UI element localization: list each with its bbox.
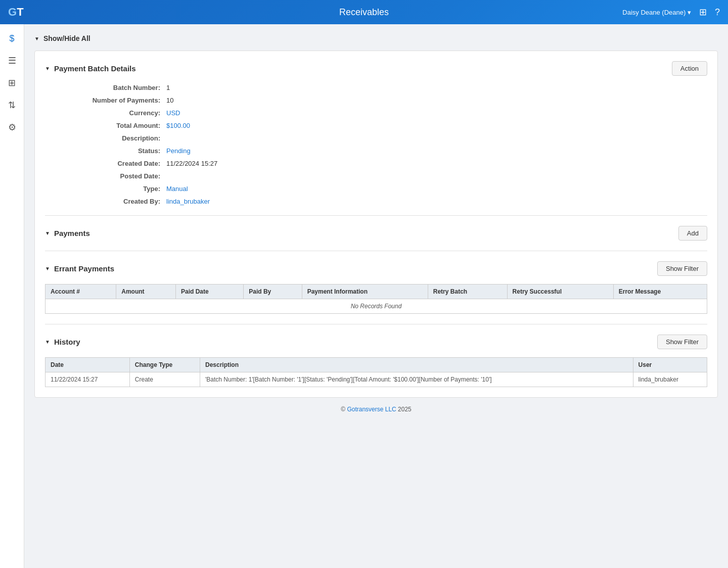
currency-label: Currency:	[65, 109, 166, 117]
sidebar-item-billing[interactable]: $	[2, 28, 22, 49]
errant-payments-show-filter-button[interactable]: Show Filter	[657, 261, 707, 276]
apps-icon[interactable]: ⊞	[699, 7, 707, 18]
history-col-description: Description	[200, 358, 633, 372]
col-error-message: Error Message	[613, 285, 707, 299]
footer-company-link[interactable]: Gotransverse LLC	[347, 406, 396, 413]
payments-header: ▼ Payments Add	[45, 226, 707, 241]
history-header: ▼ History Show Filter	[45, 335, 707, 349]
history-col-user: User	[633, 358, 707, 372]
history-cell-date: 11/22/2024 15:27	[46, 372, 130, 387]
col-payment-info: Payment Information	[302, 285, 428, 299]
payment-batch-details: Batch Number: 1 Number of Payments: 10 C…	[65, 84, 707, 205]
col-paid-by: Paid By	[244, 285, 302, 299]
col-retry-batch: Retry Batch	[428, 285, 507, 299]
payment-batch-title-label: Payment Batch Details	[54, 64, 136, 73]
total-amount-label: Total Amount:	[65, 122, 166, 129]
col-amount: Amount	[116, 285, 176, 299]
history-cell-change-type: Create	[129, 372, 200, 387]
history-title-label: History	[54, 338, 80, 346]
col-paid-date: Paid Date	[175, 285, 243, 299]
main-card: ▼ Payment Batch Details Action Batch Num…	[34, 51, 718, 398]
sidebar-item-adjustments[interactable]: ⇅	[2, 95, 22, 115]
sidebar: $ ☰ ⊞ ⇅ ⚙	[0, 24, 24, 568]
history-triangle-icon: ▼	[45, 339, 50, 345]
sidebar-item-list[interactable]: ☰	[2, 51, 22, 71]
batch-number-value: 1	[166, 84, 707, 91]
description-value	[166, 134, 707, 142]
history-cell-description: 'Batch Number: 1'[Batch Number: '1'][Sta…	[200, 372, 633, 387]
errant-payments-no-records-row: No Records Found	[46, 299, 707, 314]
number-of-payments-value: 10	[166, 97, 707, 104]
col-account-num: Account #	[46, 285, 116, 299]
payment-batch-title-toggle[interactable]: ▼ Payment Batch Details	[45, 64, 136, 73]
payments-triangle-icon: ▼	[45, 230, 50, 236]
errant-payments-table-header-row: Account # Amount Paid Date Paid By Payme…	[46, 285, 707, 299]
footer: © Gotransverse LLC 2025	[34, 398, 718, 421]
payments-title-label: Payments	[54, 229, 90, 238]
page-title: Receivables	[339, 7, 389, 18]
app-logo: GT	[8, 6, 24, 19]
status-label: Status:	[65, 147, 166, 155]
history-table-header-row: Date Change Type Description User	[46, 358, 707, 372]
currency-value: USD	[166, 109, 707, 117]
errant-payments-header: ▼ Errant Payments Show Filter	[45, 261, 707, 276]
created-by-label: Created By:	[65, 198, 166, 205]
divider-1	[45, 215, 707, 216]
footer-year: 2025	[396, 406, 412, 413]
errant-payments-triangle-icon: ▼	[45, 266, 50, 271]
col-retry-successful: Retry Successful	[507, 285, 613, 299]
number-of-payments-label: Number of Payments:	[65, 97, 166, 104]
show-hide-triangle-icon: ▼	[34, 36, 39, 41]
history-table: Date Change Type Description User 11/22/…	[45, 357, 707, 387]
user-section: Daisy Deane (Deane) ⊞ ?	[622, 7, 720, 18]
payment-batch-triangle-icon: ▼	[45, 66, 50, 71]
type-value: Manual	[166, 185, 707, 193]
status-value: Pending	[166, 147, 707, 155]
divider-3	[45, 324, 707, 324]
user-menu[interactable]: Daisy Deane (Deane)	[622, 9, 691, 16]
description-label: Description:	[65, 134, 166, 142]
show-hide-all-label: Show/Hide All	[43, 34, 90, 42]
history-show-filter-button[interactable]: Show Filter	[657, 335, 707, 349]
payments-title-toggle[interactable]: ▼ Payments	[45, 229, 90, 238]
history-col-date: Date	[46, 358, 130, 372]
footer-copyright: ©	[341, 406, 347, 413]
action-button[interactable]: Action	[672, 61, 707, 76]
errant-payments-no-records: No Records Found	[46, 299, 707, 314]
divider-2	[45, 251, 707, 251]
errant-payments-title-toggle[interactable]: ▼ Errant Payments	[45, 264, 114, 273]
top-navigation: GT Receivables Daisy Deane (Deane) ⊞ ?	[0, 0, 728, 24]
sidebar-item-settings[interactable]: ⚙	[2, 117, 22, 137]
total-amount-value: $100.00	[166, 122, 707, 129]
history-title-toggle[interactable]: ▼ History	[45, 338, 80, 346]
errant-payments-table: Account # Amount Paid Date Paid By Payme…	[45, 284, 707, 314]
show-hide-all-toggle[interactable]: ▼ Show/Hide All	[34, 34, 718, 42]
history-table-row: 11/22/2024 15:27 Create 'Batch Number: 1…	[46, 372, 707, 387]
posted-date-label: Posted Date:	[65, 172, 166, 180]
payment-batch-header: ▼ Payment Batch Details Action	[45, 61, 707, 76]
main-content: ▼ Show/Hide All ▼ Payment Batch Details …	[24, 24, 728, 568]
add-button[interactable]: Add	[678, 226, 707, 241]
errant-payments-title-label: Errant Payments	[54, 264, 114, 273]
created-date-value: 11/22/2024 15:27	[166, 160, 707, 167]
help-icon[interactable]: ?	[715, 7, 720, 18]
history-cell-user: linda_brubaker	[633, 372, 707, 387]
sidebar-item-grid[interactable]: ⊞	[2, 73, 22, 93]
created-by-value: linda_brubaker	[166, 198, 707, 205]
posted-date-value	[166, 172, 707, 180]
batch-number-label: Batch Number:	[65, 84, 166, 91]
type-label: Type:	[65, 185, 166, 193]
history-col-change-type: Change Type	[129, 358, 200, 372]
created-date-label: Created Date:	[65, 160, 166, 167]
